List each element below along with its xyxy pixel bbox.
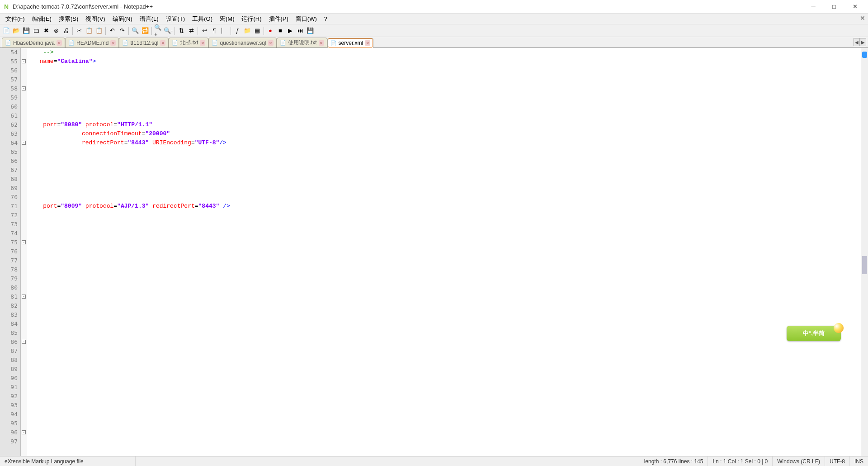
ime-badge[interactable]: 中°,半简 bbox=[787, 326, 841, 341]
tab-beiyou[interactable]: 📄 北邮.txt × bbox=[169, 38, 208, 48]
print-icon[interactable]: 🖨 bbox=[61, 26, 71, 35]
toolbar: 📄 📂 💾 🗃 ✖ ⊗ 🖨 ✂ 📋 📋 ↶ ↷ 🔍 🔁 🔍+ 🔍- ⇅ ⇄ ↩ … bbox=[0, 24, 868, 37]
doc-map-icon[interactable]: ▤ bbox=[253, 26, 262, 35]
tab-hbasedemo[interactable]: 📄 HbaseDemo.java × bbox=[2, 38, 65, 48]
copy-icon[interactable]: 📋 bbox=[85, 26, 94, 35]
status-insert-mode[interactable]: INS bbox=[850, 456, 868, 466]
tab-readme[interactable]: 📄 README.md × bbox=[65, 38, 119, 48]
menu-search[interactable]: 搜索(S) bbox=[55, 14, 82, 24]
fold-toggle-icon[interactable]: - bbox=[22, 430, 26, 434]
fold-toggle-icon[interactable]: - bbox=[22, 59, 26, 63]
redo-icon[interactable]: ↷ bbox=[118, 26, 127, 35]
save-all-icon[interactable]: 🗃 bbox=[32, 26, 41, 35]
tab-scroll-right-icon[interactable]: ▶ bbox=[860, 38, 866, 46]
close-button[interactable]: ✕ bbox=[844, 0, 865, 14]
save-icon[interactable]: 💾 bbox=[22, 26, 31, 35]
func-list-icon[interactable]: ƒ bbox=[233, 26, 242, 35]
menu-macro[interactable]: 宏(M) bbox=[216, 14, 238, 24]
menu-edit[interactable]: 编辑(E) bbox=[28, 14, 55, 24]
minimize-button[interactable]: ─ bbox=[803, 0, 824, 14]
sync-vscroll-icon[interactable]: ⇅ bbox=[177, 26, 186, 35]
fold-toggle-icon[interactable]: - bbox=[22, 141, 26, 145]
tab-questionanswer[interactable]: 📄 questionanswer.sql × bbox=[208, 38, 276, 48]
file-icon: 📄 bbox=[122, 40, 128, 46]
tab-close-icon[interactable]: × bbox=[365, 40, 370, 46]
sync-hscroll-icon[interactable]: ⇄ bbox=[187, 26, 196, 35]
menu-tools[interactable]: 工具(O) bbox=[189, 14, 216, 24]
file-icon: 📄 bbox=[330, 40, 337, 46]
tab-tf11df12[interactable]: 📄 tf11df12.sql × bbox=[119, 38, 169, 48]
file-icon: 📄 bbox=[172, 40, 178, 46]
menu-help[interactable]: ? bbox=[321, 14, 331, 23]
line-number-gutter: 5455565758596061626364656667686970717273… bbox=[0, 48, 21, 456]
title-bar: N D:\apache-tomcat-7.0.72\conf\server.xm… bbox=[0, 0, 868, 14]
file-icon: 📄 bbox=[5, 40, 11, 46]
close-all-icon[interactable]: ⊗ bbox=[52, 26, 61, 35]
code-content[interactable]: --> name="Catalina"> port="8080" protoco… bbox=[27, 48, 861, 456]
close-file-icon[interactable]: ✖ bbox=[42, 26, 51, 35]
menu-view[interactable]: 视图(V) bbox=[82, 14, 108, 24]
scroll-overview-mark bbox=[862, 256, 867, 274]
new-file-icon[interactable]: 📄 bbox=[2, 26, 11, 35]
folder-view-icon[interactable]: 📁 bbox=[243, 26, 252, 35]
file-icon: 📄 bbox=[68, 40, 75, 46]
window-title: D:\apache-tomcat-7.0.72\conf\server.xml … bbox=[13, 3, 153, 10]
zoom-out-icon[interactable]: 🔍- bbox=[164, 26, 173, 35]
open-file-icon[interactable]: 📂 bbox=[12, 26, 21, 35]
menubar-close-icon[interactable]: ✕ bbox=[860, 14, 865, 22]
tab-close-icon[interactable]: × bbox=[268, 40, 274, 46]
tab-server-xml[interactable]: 📄 server.xml × bbox=[327, 38, 374, 48]
fold-column[interactable]: ------- bbox=[21, 48, 27, 456]
menu-run[interactable]: 运行(R) bbox=[238, 14, 265, 24]
maximize-button[interactable]: □ bbox=[824, 0, 844, 14]
stop-macro-icon[interactable]: ■ bbox=[276, 26, 285, 35]
menu-language[interactable]: 语言(L) bbox=[136, 14, 162, 24]
tab-close-icon[interactable]: × bbox=[160, 40, 165, 46]
tab-label: README.md bbox=[76, 40, 108, 46]
status-length: length : 6,776 lines : 145 bbox=[640, 456, 708, 466]
fold-toggle-icon[interactable]: - bbox=[22, 340, 26, 344]
tab-label: tf11df12.sql bbox=[130, 40, 158, 46]
play-macro-icon[interactable]: ▶ bbox=[286, 26, 295, 35]
status-eol[interactable]: Windows (CR LF) bbox=[773, 456, 825, 466]
fold-toggle-icon[interactable]: - bbox=[22, 240, 26, 244]
status-encoding[interactable]: UTF-8 bbox=[825, 456, 850, 466]
ime-label: 中°,半简 bbox=[803, 329, 825, 338]
undo-icon[interactable]: ↶ bbox=[108, 26, 117, 35]
zoom-in-icon[interactable]: 🔍+ bbox=[154, 26, 163, 35]
save-macro-icon[interactable]: 💾 bbox=[306, 26, 315, 35]
vertical-scrollbar[interactable] bbox=[861, 48, 868, 456]
status-bar: eXtensible Markup Language file length :… bbox=[0, 456, 868, 466]
menu-settings[interactable]: 设置(T) bbox=[162, 14, 189, 24]
tab-label: server.xml bbox=[339, 40, 363, 46]
tab-close-icon[interactable]: × bbox=[57, 40, 62, 46]
menu-file[interactable]: 文件(F) bbox=[2, 14, 28, 24]
status-filetype: eXtensible Markup Language file bbox=[0, 456, 136, 466]
tab-scroll-left-icon[interactable]: ◀ bbox=[854, 38, 860, 46]
tab-close-icon[interactable]: × bbox=[200, 40, 205, 46]
file-icon: 📄 bbox=[280, 40, 286, 46]
paste-icon[interactable]: 📋 bbox=[94, 26, 104, 35]
tab-close-icon[interactable]: × bbox=[110, 40, 116, 46]
run-multi-icon[interactable]: ⏭ bbox=[296, 26, 305, 35]
tab-close-icon[interactable]: × bbox=[319, 40, 324, 46]
tab-usage[interactable]: 📄 使用说明.txt × bbox=[277, 38, 327, 48]
fold-toggle-icon[interactable]: - bbox=[22, 86, 26, 90]
editor-area[interactable]: 5455565758596061626364656667686970717273… bbox=[0, 48, 868, 456]
wordwrap-icon[interactable]: ↩ bbox=[200, 26, 209, 35]
fold-toggle-icon[interactable]: - bbox=[22, 295, 26, 299]
menu-plugins[interactable]: 插件(P) bbox=[265, 14, 292, 24]
find-icon[interactable]: 🔍 bbox=[131, 26, 140, 35]
menu-encoding[interactable]: 编码(N) bbox=[109, 14, 136, 24]
cut-icon[interactable]: ✂ bbox=[75, 26, 84, 35]
app-icon: N bbox=[3, 3, 10, 10]
indent-guide-icon[interactable]: ⎸ bbox=[220, 26, 229, 35]
show-all-chars-icon[interactable]: ¶ bbox=[210, 26, 219, 35]
scroll-thumb[interactable] bbox=[862, 52, 867, 58]
menu-window[interactable]: 窗口(W) bbox=[292, 14, 321, 24]
tab-label: 北邮.txt bbox=[180, 39, 198, 47]
record-macro-icon[interactable]: ● bbox=[266, 26, 275, 35]
tab-label: 使用说明.txt bbox=[288, 39, 317, 47]
tab-bar: 📄 HbaseDemo.java × 📄 README.md × 📄 tf11d… bbox=[0, 37, 868, 48]
replace-icon[interactable]: 🔁 bbox=[141, 26, 150, 35]
